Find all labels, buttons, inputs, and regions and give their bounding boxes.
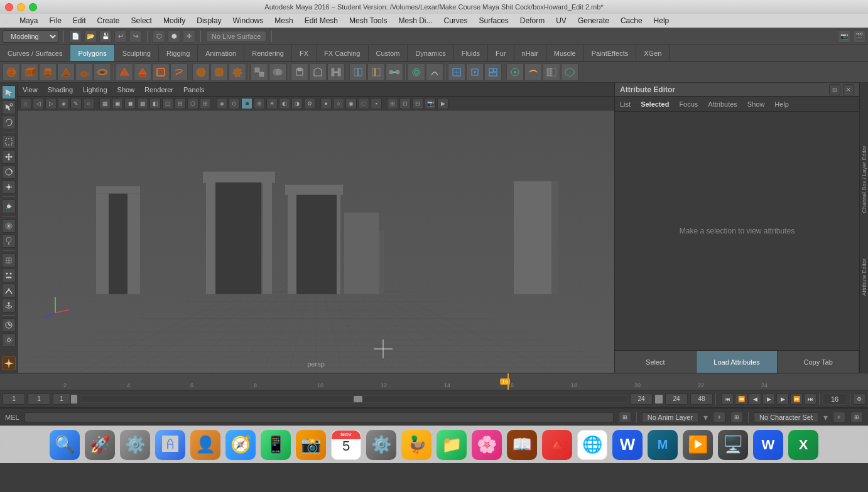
menu-mesh-di[interactable]: Mesh Di... xyxy=(393,15,437,26)
tab-painteffects[interactable]: PaintEffects xyxy=(584,45,637,61)
menu-curves[interactable]: Curves xyxy=(438,15,472,26)
cone-icon[interactable] xyxy=(57,63,75,81)
next-view-btn[interactable]: ▷ xyxy=(45,98,57,109)
subd-icon[interactable] xyxy=(210,63,228,81)
close-button[interactable] xyxy=(5,3,13,11)
vp-menu-renderer[interactable]: Renderer xyxy=(144,86,173,94)
dock-finder2[interactable]: 🖥️ xyxy=(718,430,748,460)
next-key-btn[interactable]: ⏩ xyxy=(790,393,803,405)
play-btn[interactable]: ▶ xyxy=(762,393,775,405)
anim-layer-arrow[interactable]: ▾ xyxy=(703,412,708,422)
menu-generate[interactable]: Generate xyxy=(573,15,614,26)
connect-icon[interactable] xyxy=(386,63,403,81)
dock-word[interactable]: W xyxy=(612,430,643,460)
camera-btn[interactable]: 📷 xyxy=(838,30,850,43)
dock-sysprefs[interactable]: ⚙️ xyxy=(120,430,150,460)
keyframe-val-input[interactable] xyxy=(53,393,70,405)
next-frame-btn[interactable]: ▶ xyxy=(776,393,789,405)
uv-editor-icon[interactable] xyxy=(448,63,465,81)
tab-polygons[interactable]: Polygons xyxy=(70,45,114,61)
render-btn[interactable]: 🎬 xyxy=(853,30,865,43)
dock-books[interactable]: 📖 xyxy=(507,430,537,460)
dock-safari[interactable]: 🧭 xyxy=(225,430,256,460)
prev-view-btn[interactable]: ◁ xyxy=(33,98,44,109)
universal-manip-btn[interactable] xyxy=(2,200,16,213)
ae-float-btn[interactable]: ⊟ xyxy=(829,84,840,95)
menu-select[interactable]: Select xyxy=(126,15,157,26)
bevel-icon[interactable] xyxy=(309,63,327,81)
redo-btn[interactable]: ↪ xyxy=(129,30,142,43)
xray-btn[interactable]: ◈ xyxy=(216,98,227,109)
settings-btn[interactable] xyxy=(2,333,16,347)
tab-muscle[interactable]: Muscle xyxy=(546,45,584,61)
snap-point-btn[interactable] xyxy=(2,269,16,282)
ae-tab-list[interactable]: List xyxy=(620,100,631,108)
lasso-btn[interactable] xyxy=(2,115,16,129)
tab-rigging[interactable]: Rigging xyxy=(159,45,198,61)
dock-autocad[interactable]: 🔺 xyxy=(542,430,572,460)
tab-custom[interactable]: Custom xyxy=(369,45,408,61)
ae-load-attrs-btn[interactable]: Load Attributes xyxy=(697,351,778,373)
dock-photos[interactable]: 🌸 xyxy=(472,430,502,460)
mirror-icon[interactable] xyxy=(543,63,560,81)
boolean-icon[interactable] xyxy=(269,63,286,81)
dock-quicktime[interactable]: ▶️ xyxy=(683,430,713,460)
lasso-tool[interactable]: ⬢ xyxy=(168,30,180,43)
tab-nhair[interactable]: nHair xyxy=(514,45,546,61)
menu-surfaces[interactable]: Surfaces xyxy=(474,15,514,26)
go-start-btn[interactable]: ⏮ xyxy=(721,393,734,405)
history-btn[interactable] xyxy=(2,318,16,332)
tab-fluids[interactable]: Fluids xyxy=(454,45,488,61)
playhead-handle[interactable] xyxy=(354,396,362,402)
dock-finder[interactable]: 🔍 xyxy=(50,430,80,460)
object-btn[interactable]: ⊡ xyxy=(399,98,411,109)
snap-btn[interactable]: ⊕ xyxy=(254,98,265,109)
soccer-icon[interactable] xyxy=(192,63,210,81)
end-frame-input[interactable] xyxy=(665,393,688,405)
ae-copy-tab-btn[interactable]: Copy Tab xyxy=(778,351,859,373)
minimize-button[interactable] xyxy=(17,3,25,11)
menu-edit[interactable]: Edit xyxy=(68,15,91,26)
dock-appstore[interactable]: 🅰 xyxy=(155,430,185,460)
char-set-options-btn[interactable]: ⚙ xyxy=(853,393,865,405)
bridge-icon[interactable] xyxy=(327,63,345,81)
torus-icon[interactable] xyxy=(94,63,111,81)
sculpt-icon[interactable] xyxy=(426,63,443,81)
snap-grid-btn[interactable] xyxy=(2,254,16,267)
prism-icon[interactable] xyxy=(116,63,133,81)
ae-tab-attributes[interactable]: Attributes xyxy=(708,100,737,108)
shading-smooth-btn[interactable]: ◼ xyxy=(124,98,136,109)
dock-launchpad[interactable]: 🚀 xyxy=(85,430,115,460)
tab-fx-caching[interactable]: FX Caching xyxy=(317,45,368,61)
shape-icons-btn[interactable]: ● xyxy=(320,98,332,109)
tab-fur[interactable]: Fur xyxy=(488,45,514,61)
dock-maya[interactable]: M xyxy=(648,430,678,460)
command-input[interactable] xyxy=(24,412,614,422)
combine-icon[interactable] xyxy=(251,63,268,81)
aa-btn[interactable]: ⚙ xyxy=(304,98,315,109)
shading-wire-shade-btn[interactable]: ▩ xyxy=(137,98,148,109)
select-tool[interactable]: ⬡ xyxy=(153,30,165,43)
crease-icon[interactable] xyxy=(524,63,542,81)
tab-animation[interactable]: Animation xyxy=(198,45,244,61)
grid-btn[interactable]: ⊞ xyxy=(200,98,211,109)
total-frames-input[interactable] xyxy=(690,393,713,405)
anim-layer-field[interactable]: No Anim Layer xyxy=(642,412,698,422)
plane-icon[interactable] xyxy=(75,63,93,81)
highlight-btn[interactable]: ◌ xyxy=(358,98,369,109)
in-frame-input[interactable] xyxy=(28,393,50,405)
retopo-icon[interactable] xyxy=(561,63,578,81)
char-set-add-btn[interactable]: + xyxy=(833,412,845,423)
rotate-cam-btn[interactable]: ○ xyxy=(83,98,94,109)
soft-select-icon[interactable] xyxy=(408,63,425,81)
dock-duck[interactable]: 🦆 xyxy=(401,430,431,460)
extra-btn[interactable]: ▶ xyxy=(437,98,448,109)
uv-unfold-icon[interactable] xyxy=(466,63,484,81)
four-view-btn[interactable]: ⊞ xyxy=(175,98,186,109)
go-end-btn[interactable]: ⏭ xyxy=(804,393,816,405)
tab-xgen[interactable]: XGen xyxy=(636,45,670,61)
dock-facetime[interactable]: 📱 xyxy=(261,430,291,460)
vp-menu-show[interactable]: Show xyxy=(117,86,135,94)
timeline-ruler[interactable]: 2468101214161820222416 xyxy=(0,373,868,390)
channel-box-label[interactable]: Channel Box / Layer Editor xyxy=(861,146,867,213)
